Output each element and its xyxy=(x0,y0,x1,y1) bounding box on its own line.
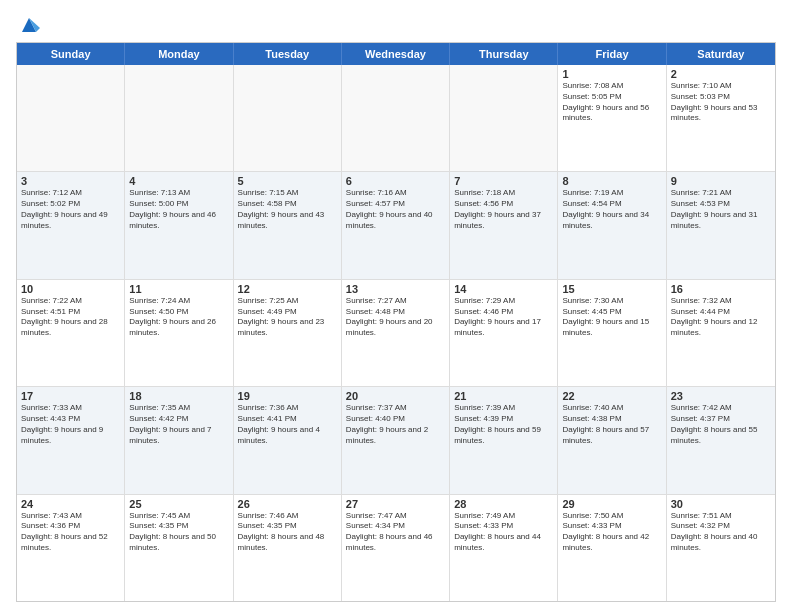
cell-info: Sunrise: 7:29 AMSunset: 4:46 PMDaylight:… xyxy=(454,296,553,339)
day-number: 27 xyxy=(346,498,445,510)
calendar-cell: 30Sunrise: 7:51 AMSunset: 4:32 PMDayligh… xyxy=(667,495,775,601)
day-number: 23 xyxy=(671,390,771,402)
calendar-cell: 21Sunrise: 7:39 AMSunset: 4:39 PMDayligh… xyxy=(450,387,558,493)
header-cell-thursday: Thursday xyxy=(450,43,558,65)
header-cell-wednesday: Wednesday xyxy=(342,43,450,65)
calendar-cell: 25Sunrise: 7:45 AMSunset: 4:35 PMDayligh… xyxy=(125,495,233,601)
cell-info: Sunrise: 7:49 AMSunset: 4:33 PMDaylight:… xyxy=(454,511,553,554)
calendar-cell: 3Sunrise: 7:12 AMSunset: 5:02 PMDaylight… xyxy=(17,172,125,278)
calendar-cell: 11Sunrise: 7:24 AMSunset: 4:50 PMDayligh… xyxy=(125,280,233,386)
cell-info: Sunrise: 7:45 AMSunset: 4:35 PMDaylight:… xyxy=(129,511,228,554)
header-cell-friday: Friday xyxy=(558,43,666,65)
calendar-cell: 13Sunrise: 7:27 AMSunset: 4:48 PMDayligh… xyxy=(342,280,450,386)
day-number: 14 xyxy=(454,283,553,295)
day-number: 5 xyxy=(238,175,337,187)
calendar-cell: 4Sunrise: 7:13 AMSunset: 5:00 PMDaylight… xyxy=(125,172,233,278)
cell-info: Sunrise: 7:43 AMSunset: 4:36 PMDaylight:… xyxy=(21,511,120,554)
cell-info: Sunrise: 7:13 AMSunset: 5:00 PMDaylight:… xyxy=(129,188,228,231)
cell-info: Sunrise: 7:21 AMSunset: 4:53 PMDaylight:… xyxy=(671,188,771,231)
cell-info: Sunrise: 7:33 AMSunset: 4:43 PMDaylight:… xyxy=(21,403,120,446)
day-number: 21 xyxy=(454,390,553,402)
day-number: 2 xyxy=(671,68,771,80)
cell-info: Sunrise: 7:10 AMSunset: 5:03 PMDaylight:… xyxy=(671,81,771,124)
calendar-cell: 19Sunrise: 7:36 AMSunset: 4:41 PMDayligh… xyxy=(234,387,342,493)
day-number: 9 xyxy=(671,175,771,187)
cell-info: Sunrise: 7:47 AMSunset: 4:34 PMDaylight:… xyxy=(346,511,445,554)
calendar-row: 10Sunrise: 7:22 AMSunset: 4:51 PMDayligh… xyxy=(17,280,775,387)
cell-info: Sunrise: 7:08 AMSunset: 5:05 PMDaylight:… xyxy=(562,81,661,124)
day-number: 17 xyxy=(21,390,120,402)
day-number: 25 xyxy=(129,498,228,510)
day-number: 30 xyxy=(671,498,771,510)
day-number: 24 xyxy=(21,498,120,510)
cell-info: Sunrise: 7:32 AMSunset: 4:44 PMDaylight:… xyxy=(671,296,771,339)
logo-icon xyxy=(18,14,40,36)
day-number: 22 xyxy=(562,390,661,402)
cell-info: Sunrise: 7:36 AMSunset: 4:41 PMDaylight:… xyxy=(238,403,337,446)
header-cell-saturday: Saturday xyxy=(667,43,775,65)
calendar-row: 17Sunrise: 7:33 AMSunset: 4:43 PMDayligh… xyxy=(17,387,775,494)
cell-info: Sunrise: 7:27 AMSunset: 4:48 PMDaylight:… xyxy=(346,296,445,339)
calendar-cell: 7Sunrise: 7:18 AMSunset: 4:56 PMDaylight… xyxy=(450,172,558,278)
cell-info: Sunrise: 7:50 AMSunset: 4:33 PMDaylight:… xyxy=(562,511,661,554)
day-number: 7 xyxy=(454,175,553,187)
calendar-cell: 17Sunrise: 7:33 AMSunset: 4:43 PMDayligh… xyxy=(17,387,125,493)
calendar-cell: 8Sunrise: 7:19 AMSunset: 4:54 PMDaylight… xyxy=(558,172,666,278)
cell-info: Sunrise: 7:39 AMSunset: 4:39 PMDaylight:… xyxy=(454,403,553,446)
calendar-cell: 22Sunrise: 7:40 AMSunset: 4:38 PMDayligh… xyxy=(558,387,666,493)
cell-info: Sunrise: 7:46 AMSunset: 4:35 PMDaylight:… xyxy=(238,511,337,554)
day-number: 18 xyxy=(129,390,228,402)
day-number: 4 xyxy=(129,175,228,187)
calendar: SundayMondayTuesdayWednesdayThursdayFrid… xyxy=(16,42,776,602)
day-number: 16 xyxy=(671,283,771,295)
calendar-cell xyxy=(234,65,342,171)
calendar-cell: 23Sunrise: 7:42 AMSunset: 4:37 PMDayligh… xyxy=(667,387,775,493)
calendar-row: 1Sunrise: 7:08 AMSunset: 5:05 PMDaylight… xyxy=(17,65,775,172)
day-number: 1 xyxy=(562,68,661,80)
calendar-cell xyxy=(450,65,558,171)
calendar-row: 3Sunrise: 7:12 AMSunset: 5:02 PMDaylight… xyxy=(17,172,775,279)
calendar-cell: 1Sunrise: 7:08 AMSunset: 5:05 PMDaylight… xyxy=(558,65,666,171)
day-number: 6 xyxy=(346,175,445,187)
calendar-cell: 10Sunrise: 7:22 AMSunset: 4:51 PMDayligh… xyxy=(17,280,125,386)
cell-info: Sunrise: 7:19 AMSunset: 4:54 PMDaylight:… xyxy=(562,188,661,231)
calendar-cell xyxy=(342,65,450,171)
day-number: 28 xyxy=(454,498,553,510)
calendar-cell: 5Sunrise: 7:15 AMSunset: 4:58 PMDaylight… xyxy=(234,172,342,278)
calendar-row: 24Sunrise: 7:43 AMSunset: 4:36 PMDayligh… xyxy=(17,495,775,601)
cell-info: Sunrise: 7:24 AMSunset: 4:50 PMDaylight:… xyxy=(129,296,228,339)
cell-info: Sunrise: 7:30 AMSunset: 4:45 PMDaylight:… xyxy=(562,296,661,339)
calendar-cell xyxy=(125,65,233,171)
header-cell-sunday: Sunday xyxy=(17,43,125,65)
cell-info: Sunrise: 7:18 AMSunset: 4:56 PMDaylight:… xyxy=(454,188,553,231)
day-number: 10 xyxy=(21,283,120,295)
calendar-cell: 29Sunrise: 7:50 AMSunset: 4:33 PMDayligh… xyxy=(558,495,666,601)
cell-info: Sunrise: 7:25 AMSunset: 4:49 PMDaylight:… xyxy=(238,296,337,339)
cell-info: Sunrise: 7:16 AMSunset: 4:57 PMDaylight:… xyxy=(346,188,445,231)
day-number: 11 xyxy=(129,283,228,295)
day-number: 12 xyxy=(238,283,337,295)
day-number: 3 xyxy=(21,175,120,187)
cell-info: Sunrise: 7:42 AMSunset: 4:37 PMDaylight:… xyxy=(671,403,771,446)
cell-info: Sunrise: 7:37 AMSunset: 4:40 PMDaylight:… xyxy=(346,403,445,446)
calendar-cell: 9Sunrise: 7:21 AMSunset: 4:53 PMDaylight… xyxy=(667,172,775,278)
cell-info: Sunrise: 7:12 AMSunset: 5:02 PMDaylight:… xyxy=(21,188,120,231)
day-number: 13 xyxy=(346,283,445,295)
day-number: 8 xyxy=(562,175,661,187)
day-number: 20 xyxy=(346,390,445,402)
header-cell-tuesday: Tuesday xyxy=(234,43,342,65)
calendar-cell: 12Sunrise: 7:25 AMSunset: 4:49 PMDayligh… xyxy=(234,280,342,386)
day-number: 26 xyxy=(238,498,337,510)
calendar-cell xyxy=(17,65,125,171)
calendar-cell: 27Sunrise: 7:47 AMSunset: 4:34 PMDayligh… xyxy=(342,495,450,601)
cell-info: Sunrise: 7:35 AMSunset: 4:42 PMDaylight:… xyxy=(129,403,228,446)
day-number: 15 xyxy=(562,283,661,295)
page: SundayMondayTuesdayWednesdayThursdayFrid… xyxy=(0,0,792,612)
calendar-cell: 16Sunrise: 7:32 AMSunset: 4:44 PMDayligh… xyxy=(667,280,775,386)
calendar-cell: 2Sunrise: 7:10 AMSunset: 5:03 PMDaylight… xyxy=(667,65,775,171)
cell-info: Sunrise: 7:15 AMSunset: 4:58 PMDaylight:… xyxy=(238,188,337,231)
day-number: 29 xyxy=(562,498,661,510)
calendar-body: 1Sunrise: 7:08 AMSunset: 5:05 PMDaylight… xyxy=(17,65,775,601)
day-number: 19 xyxy=(238,390,337,402)
calendar-cell: 6Sunrise: 7:16 AMSunset: 4:57 PMDaylight… xyxy=(342,172,450,278)
